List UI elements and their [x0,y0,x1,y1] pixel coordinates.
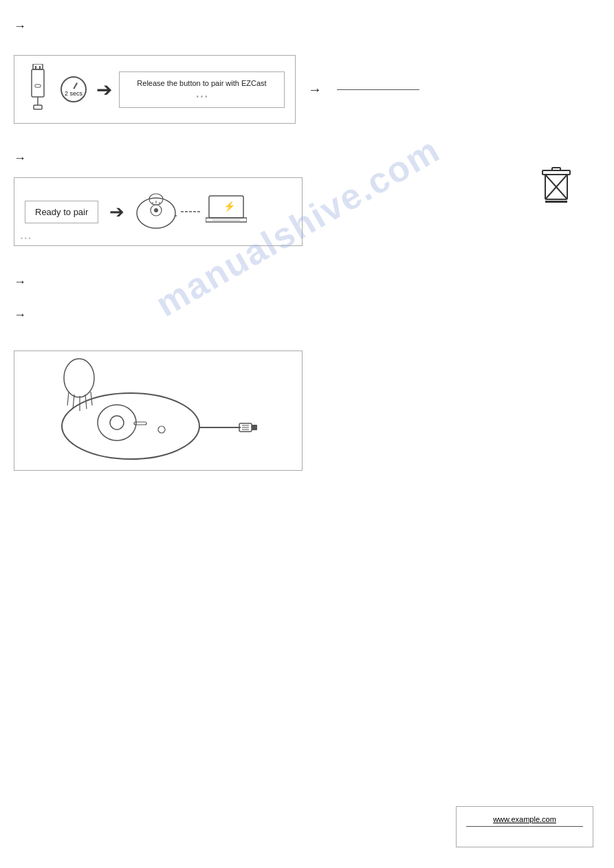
laptop-svg: ⚡ [206,194,247,229]
section3-arrow2: → [14,308,26,322]
release-box: Release the button to pair with EZCast •… [119,71,285,108]
svg-rect-25 [552,168,560,170]
timer-label: 2 secs [65,90,83,97]
svg-point-9 [154,208,158,212]
section2-inner-arrow: ➔ [109,201,124,223]
dots: • • • [132,93,272,100]
device-illustration-box [14,350,303,471]
page: manualshive.com → [0,0,614,868]
ready-pair-label: Ready to pair [25,201,98,223]
instruction-box-1: 2 secs ➔ Release the button to pair with… [14,55,296,124]
svg-rect-4 [35,85,41,87]
svg-text:⚡: ⚡ [223,201,236,212]
bottom-right-underline: www.example.com [466,815,583,827]
top-arrow: → [14,19,26,34]
timer-circle: 2 secs [61,76,87,102]
usb-device-svg [25,64,51,115]
release-text: Release the button to pair with EZCast [137,79,266,87]
bottom-right-inner: www.example.com [456,806,593,847]
section4-container [14,350,303,471]
section2-container: Ready to pair ➔ [14,177,303,246]
svg-point-34 [98,405,136,441]
svg-point-43 [158,426,165,433]
bottom-right-link: www.example.com [493,815,556,823]
usb-device-diagram [25,64,51,115]
section1-container: 2 secs ➔ Release the button to pair with… [14,55,419,124]
weee-icon [540,165,573,203]
section1-instr-arrow: ➔ [96,78,112,101]
pair-illustration: ⚡ [135,191,292,232]
svg-rect-0 [33,64,43,69]
section2-dots: • • • [21,235,30,242]
timer-hand [73,82,77,89]
svg-rect-2 [39,66,41,69]
svg-point-33 [62,393,199,459]
svg-rect-42 [252,425,257,430]
section2-top-arrow: → [14,151,26,166]
svg-rect-3 [32,69,44,97]
cable-svg [181,208,201,216]
svg-point-35 [110,416,124,430]
section1-right-arrow: → [308,82,322,98]
ezcast-device-svg [135,191,177,232]
ready-pair-text: Ready to pair [35,207,88,217]
section3-arrow1: → [14,275,26,289]
svg-rect-6 [34,105,42,109]
weee-container [540,165,573,205]
section1-line [337,89,419,90]
svg-point-27 [64,359,94,397]
svg-line-28 [67,392,69,405]
svg-rect-26 [545,201,567,203]
bottom-right-text [466,831,583,838]
large-device-svg [28,357,289,464]
instruction-box-2: Ready to pair ➔ [14,177,303,246]
bottom-right-box: www.example.com [456,806,593,847]
svg-rect-1 [35,66,36,69]
section1-right-label [337,89,419,90]
